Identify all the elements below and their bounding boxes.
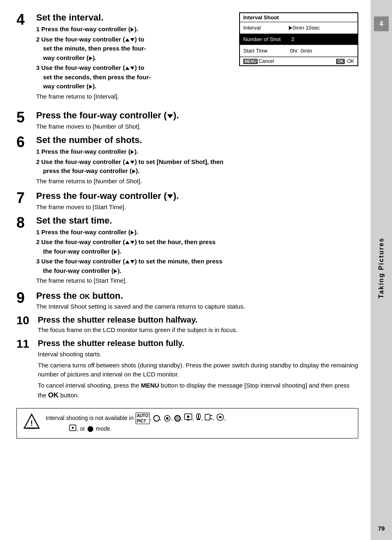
step-10-title: Press the shutter release button halfway…: [38, 315, 358, 325]
step-11: 11 Press the shutter release button full…: [16, 338, 358, 401]
arrow-down-icon-8: [130, 241, 134, 244]
svg-point-6: [187, 415, 189, 418]
panel-footer-ok: OK OK: [336, 58, 354, 64]
arrow-down-icon-2: [130, 67, 134, 70]
mode-circle-icon: [153, 415, 160, 422]
sidebar-chapter-number: 4: [374, 16, 389, 31]
step-6-note: The frame returns to [Number of Shot].: [36, 177, 358, 186]
step-9: 9 Press the OK button. The Interval Shoo…: [16, 291, 358, 310]
arrow-right-icon-6: [131, 150, 134, 154]
svg-rect-7: [187, 419, 189, 420]
panel-row-number-shot: Number of Shot 2: [240, 34, 357, 45]
step-7-title: Press the four-way controller ().: [36, 191, 358, 201]
step-7: 7 Press the four-way controller (). The …: [16, 191, 358, 210]
step-5-note: The frame moves to [Number of Shot].: [36, 123, 358, 130]
step-5-number: 5: [16, 110, 36, 125]
step-11-details: Interval shooting starts. The camera tur…: [38, 350, 358, 401]
arrow-up-icon-6: [125, 161, 129, 164]
step-10-body: Press the shutter release button halfway…: [38, 315, 358, 333]
interval-shoot-panel: Interval Shoot Interval 0min 10sec Numbe…: [239, 12, 358, 66]
step-6-title: Set the number of shots.: [36, 135, 358, 145]
step-9-note: The Interval Shoot setting is saved and …: [36, 303, 358, 310]
caution-box: ! Caution Interval shooting is not avail…: [16, 408, 358, 438]
step-8-note: The frame returns to [Start Time].: [36, 276, 358, 286]
step-6-substeps: 1 Press the four-way controller (). 2 Us…: [36, 147, 358, 186]
step-9-body: Press the OK button. The Interval Shoot …: [36, 291, 358, 310]
interval-panel: Interval Shoot Interval 0min 10sec Numbe…: [239, 12, 358, 106]
arrow-right-icon-3: [89, 85, 92, 89]
arrow-right-icon-8c: [114, 269, 117, 273]
mode-icon-3: [174, 415, 181, 422]
step-5: 5 Press the four-way controller (). The …: [16, 110, 358, 129]
mode-icon-4: [184, 413, 192, 423]
caution-text-after: mode.: [96, 425, 112, 432]
arrow-right-icon-2: [89, 56, 92, 60]
step-11-body: Press the shutter release button fully. …: [38, 338, 358, 401]
svg-rect-11: [205, 414, 210, 420]
step-10: 10 Press the shutter release button half…: [16, 315, 358, 333]
step-4-sub-1: 1 Press the four-way controller ().: [36, 25, 231, 34]
mode-icon-5: [196, 413, 201, 423]
panel-value-start-time: 0hr 0min: [288, 48, 312, 54]
mode-movie-icon: [163, 415, 171, 422]
step-8-sub-2: 2 Use the four-way controller () to set …: [36, 238, 358, 256]
step-6-sub-1: 1 Press the four-way controller ().: [36, 147, 358, 157]
step-7-number: 7: [16, 191, 36, 205]
page-number: 79: [371, 525, 392, 532]
page-container: 4 Set the interval. 1 Press the four-way…: [0, 0, 392, 540]
panel-value-interval: 0min 10sec: [293, 25, 320, 31]
step-10-note: The focus frame on the LCD monitor turns…: [38, 326, 358, 333]
step-5-body: Press the four-way controller (). The fr…: [36, 110, 358, 129]
arrow-up-icon-8c: [125, 260, 129, 263]
arrow-right-icon-8b: [114, 250, 117, 254]
step-8-title: Set the start time.: [36, 215, 358, 226]
step-8-body: Set the start time. 1 Press the four-way…: [36, 215, 358, 286]
panel-arrow-interval: [289, 26, 292, 30]
panel-row-interval: Interval 0min 10sec: [240, 22, 357, 34]
step-4-body: Set the interval. 1 Press the four-way c…: [36, 12, 231, 101]
step-9-title: Press the OK button.: [36, 291, 358, 301]
step-6-body: Set the number of shots. 1 Press the fou…: [36, 135, 358, 186]
top-section: 4 Set the interval. 1 Press the four-way…: [16, 12, 358, 106]
panel-footer: MENUCancel OK OK: [240, 57, 357, 65]
step-4-frame-note: The frame returns to [Interval].: [36, 92, 231, 102]
auto-pict-icon: AUTOPICT: [136, 413, 150, 424]
mode-black-circle-icon: [88, 426, 93, 432]
sidebar: 4 Taking Pictures 79: [371, 0, 392, 540]
panel-title: Interval Shoot: [240, 13, 357, 22]
step-4-sub-2: 2 Use the four-way controller () to set …: [36, 35, 231, 63]
step-11-line-2: The camera turns off between shots (duri…: [38, 361, 358, 379]
step-6: 6 Set the number of shots. 1 Press the f…: [16, 135, 358, 186]
step-4: 4 Set the interval. 1 Press the four-way…: [16, 12, 231, 101]
arrow-down-icon-5: [167, 114, 173, 118]
caution-icon: ! Caution: [23, 413, 41, 431]
svg-text:!: !: [30, 419, 33, 427]
arrow-right-icon-8: [131, 231, 134, 235]
ok-badge: OK: [336, 59, 345, 64]
arrow-up-icon: [125, 38, 129, 42]
step-8-number: 8: [16, 215, 36, 230]
menu-badge: MENU: [243, 59, 258, 64]
panel-label-number-shot: Number of Shot: [243, 36, 288, 42]
sidebar-chapter-title: Taking Pictures: [378, 238, 385, 298]
caution-text-before: Interval shooting is not available in: [46, 415, 135, 421]
panel-row-start-time: Start Time 0hr 0min: [240, 45, 357, 57]
caution-svg: ! Caution: [23, 413, 41, 431]
step-6-sub-2: 2 Use the four-way controller () to set …: [36, 157, 358, 176]
mode-icon-7: [216, 413, 224, 423]
caution-text: Interval shooting is not available in AU…: [46, 413, 352, 434]
step-5-title: Press the four-way controller ().: [36, 110, 358, 121]
step-6-number: 6: [16, 135, 36, 150]
step-8-sub-3: 3 Use the four-way controller () to set …: [36, 257, 358, 275]
step-11-line-3: To cancel interval shooting, press the M…: [38, 381, 358, 401]
panel-value-number-shot: 2: [288, 36, 294, 42]
svg-line-13: [210, 418, 212, 419]
step-7-body: Press the four-way controller (). The fr…: [36, 191, 358, 210]
step-4-title: Set the interval.: [36, 12, 231, 23]
step-4-substeps: 1 Press the four-way controller (). 2 Us…: [36, 25, 231, 101]
mode-icon-6: [205, 414, 213, 423]
arrow-down-icon-6: [130, 161, 134, 164]
panel-label-interval: Interval: [243, 25, 288, 31]
step-11-number: 11: [16, 338, 38, 350]
arrow-down-icon-7: [167, 194, 173, 198]
